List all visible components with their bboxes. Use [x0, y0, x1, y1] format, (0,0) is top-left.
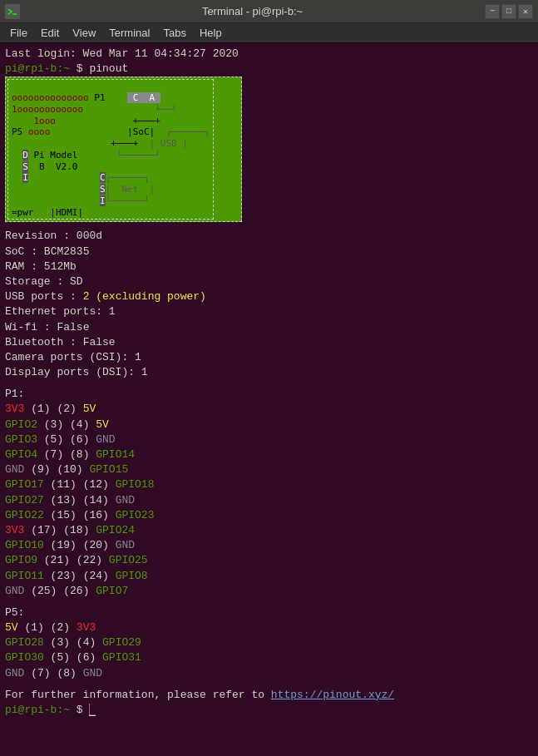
info-ethernet: Ethernet ports: 1	[5, 304, 533, 319]
terminal-icon	[5, 4, 20, 19]
pin-row: GPIO28 (3) (4) GPIO29	[5, 635, 533, 650]
info-camera: Camera ports (CSI): 1	[5, 350, 533, 365]
info-ram: RAM : 512Mb	[5, 259, 533, 274]
prompt-line-1: pi@rpi-b:~ $ pinout	[5, 62, 533, 77]
pinout-url[interactable]: https://pinout.xyz/	[271, 689, 394, 701]
login-line: Last login: Wed Mar 11 04:34:27 2020	[5, 47, 533, 62]
pin-row: 3V3 (1) (2) 5V	[5, 402, 533, 417]
pin-row: GPIO11 (23) (24) GPIO8	[5, 569, 533, 584]
pinout-diagram: oooooooooooooo P1 C A 1oooooooooooo └──┘…	[5, 77, 242, 222]
info-usb: USB ports : 2 (excluding power)	[5, 289, 533, 304]
p5-section: P5: 5V (1) (2) 3V3 GPIO28 (3) (4) GPIO29…	[5, 605, 533, 681]
minimize-button[interactable]: −	[485, 4, 500, 19]
info-soc: SoC : BCM2835	[5, 245, 533, 259]
pin-row: 5V (1) (2) 3V3	[5, 620, 533, 635]
close-button[interactable]: ✕	[518, 4, 533, 19]
menubar: File Edit View Terminal Tabs Help	[0, 23, 538, 43]
menu-terminal[interactable]: Terminal	[102, 27, 156, 39]
terminal-content[interactable]: Last login: Wed Mar 11 04:34:27 2020 pi@…	[0, 43, 538, 756]
menu-view[interactable]: View	[66, 27, 102, 39]
pin-row: GPIO17 (11) (12) GPIO18	[5, 477, 533, 492]
pin-row: GPIO10 (19) (20) GND	[5, 538, 533, 553]
pin-row: GPIO9 (21) (22) GPIO25	[5, 553, 533, 568]
titlebar: Terminal - pi@rpi-b:~ − □ ✕	[0, 0, 538, 23]
menu-help[interactable]: Help	[193, 27, 229, 39]
window-title: Terminal - pi@rpi-b:~	[20, 5, 485, 17]
pin-row: GPIO2 (3) (4) 5V	[5, 418, 533, 432]
command1: pinout	[89, 62, 128, 75]
p1-section: P1: 3V3 (1) (2) 5V GPIO2 (3) (4) 5V GPIO…	[5, 387, 533, 599]
prompt-line-2: pi@rpi-b:~ $ █	[5, 703, 533, 718]
pin-row: GPIO27 (13) (14) GND	[5, 493, 533, 508]
pin-row: GND (7) (8) GND	[5, 666, 533, 681]
window-controls: − □ ✕	[485, 4, 533, 19]
pin-row: GND (9) (10) GPIO15	[5, 462, 533, 477]
pin-row: GPIO3 (5) (6) GND	[5, 432, 533, 447]
menu-tabs[interactable]: Tabs	[156, 27, 192, 39]
system-info: Revision : 000d SoC : BCM2835 RAM : 512M…	[5, 229, 533, 380]
p5-header: P5:	[5, 605, 533, 620]
menu-edit[interactable]: Edit	[34, 27, 66, 39]
footer-line: For further information, please refer to…	[5, 688, 533, 703]
pin-row: GPIO30 (5) (6) GPIO31	[5, 650, 533, 665]
pin-row: GPIO22 (15) (16) GPIO23	[5, 508, 533, 523]
info-wifi: Wi-fi : False	[5, 320, 533, 335]
prompt1: pi@rpi-b:~	[5, 62, 70, 75]
info-storage: Storage : SD	[5, 274, 533, 289]
prompt2: pi@rpi-b:~	[5, 704, 70, 716]
pin-row: 3V3 (17) (18) GPIO24	[5, 523, 533, 538]
pin-row: GND (25) (26) GPIO7	[5, 584, 533, 599]
info-revision: Revision : 000d	[5, 229, 533, 244]
maximize-button[interactable]: □	[501, 4, 516, 19]
info-bluetooth: Bluetooth : False	[5, 335, 533, 350]
p1-header: P1:	[5, 387, 533, 402]
cursor: █	[89, 704, 96, 716]
info-display: Display ports (DSI): 1	[5, 365, 533, 380]
pin-row: GPIO4 (7) (8) GPIO14	[5, 447, 533, 462]
menu-file[interactable]: File	[3, 27, 34, 39]
